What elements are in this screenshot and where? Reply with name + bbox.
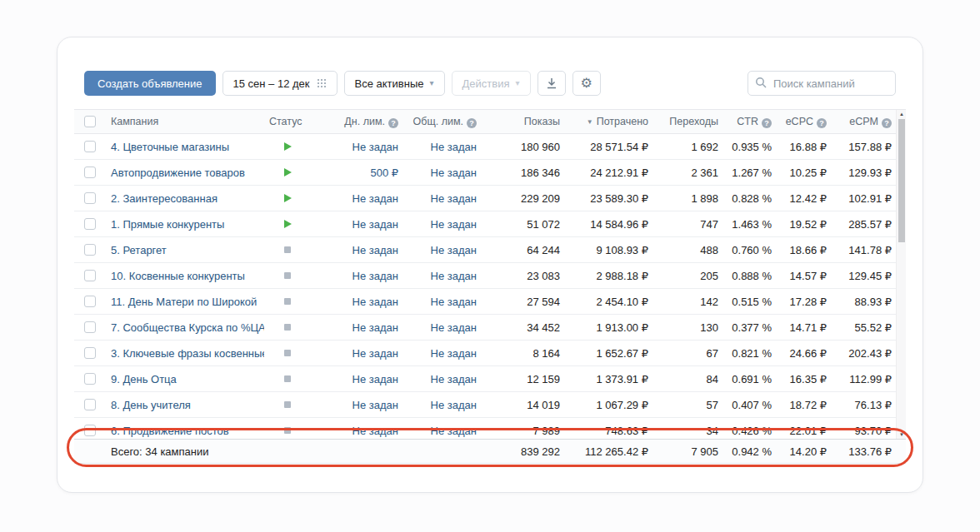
daily-limit-link[interactable]: Не задан bbox=[352, 347, 398, 360]
help-icon[interactable]: ? bbox=[467, 118, 477, 128]
help-icon[interactable]: ? bbox=[817, 118, 827, 128]
create-ad-button[interactable]: Создать объявление bbox=[84, 71, 216, 96]
row-checkbox[interactable] bbox=[84, 192, 96, 204]
daily-limit-link[interactable]: Не задан bbox=[352, 425, 398, 437]
daily-limit-link[interactable]: Не задан bbox=[352, 244, 398, 256]
row-checkbox[interactable] bbox=[84, 218, 96, 230]
row-checkbox[interactable] bbox=[84, 167, 96, 178]
status-stopped-icon[interactable] bbox=[284, 298, 291, 305]
column-header-потрачено[interactable]: ▼Потрачено bbox=[562, 116, 651, 127]
help-icon[interactable]: ? bbox=[762, 118, 772, 128]
status-stopped-icon[interactable] bbox=[284, 272, 291, 279]
column-header-переходы[interactable]: Переходы bbox=[651, 116, 721, 127]
spent-value: 1 373.91 ₽ bbox=[562, 373, 651, 385]
daily-limit-link[interactable]: Не задан bbox=[352, 270, 398, 282]
column-header-ecpc[interactable]: eCPC? bbox=[774, 116, 829, 128]
campaign-name-link[interactable]: 9. День Отца bbox=[111, 373, 177, 385]
column-header-label: Статус bbox=[269, 116, 302, 127]
daily-limit-link[interactable]: Не задан bbox=[352, 218, 398, 231]
campaign-name-link[interactable]: 6. Продвижение постов bbox=[111, 425, 229, 437]
status-active-icon[interactable] bbox=[284, 142, 292, 151]
status-active-icon[interactable] bbox=[284, 220, 292, 228]
column-header-дн-лим-[interactable]: Дн. лим.? bbox=[311, 116, 401, 128]
campaign-name-link[interactable]: 3. Ключевые фразы косвенные bbox=[111, 347, 264, 360]
campaign-name-link[interactable]: 2. Заинтересованная bbox=[111, 192, 218, 205]
total-limit-link[interactable]: Не задан bbox=[431, 244, 477, 256]
status-stopped-icon[interactable] bbox=[284, 375, 291, 382]
export-button[interactable] bbox=[538, 71, 566, 96]
status-stopped-icon[interactable] bbox=[284, 401, 291, 408]
row-checkbox[interactable] bbox=[84, 270, 96, 281]
campaign-name-link[interactable]: Автопродвижение товаров bbox=[111, 167, 245, 179]
column-header-label: Потрачено bbox=[597, 116, 648, 127]
row-checkbox[interactable] bbox=[84, 373, 96, 385]
total-limit-link[interactable]: Не задан bbox=[431, 192, 477, 205]
column-header-показы[interactable]: Показы bbox=[479, 116, 562, 127]
status-stopped-icon[interactable] bbox=[284, 324, 291, 331]
row-checkbox[interactable] bbox=[84, 141, 96, 152]
help-icon[interactable]: ? bbox=[882, 118, 892, 128]
total-limit-cell: Не задан bbox=[401, 373, 479, 385]
scrollbar-thumb[interactable] bbox=[898, 119, 905, 242]
campaign-name-link[interactable]: 8. День учителя bbox=[111, 399, 191, 411]
row-checkbox[interactable] bbox=[84, 425, 96, 436]
actions-dropdown[interactable]: Действия ▾ bbox=[452, 71, 531, 96]
column-header-ecpm[interactable]: eCPM? bbox=[829, 116, 894, 128]
scroll-down-arrow[interactable]: ▼ bbox=[897, 432, 907, 437]
total-limit-link[interactable]: Не задан bbox=[431, 270, 477, 282]
daily-limit-link[interactable]: Не задан bbox=[352, 373, 398, 385]
date-range-label: 15 сен – 12 дек bbox=[233, 77, 310, 90]
campaign-name-cell: 2. Заинтересованная bbox=[106, 192, 264, 205]
total-limit-link[interactable]: Не задан bbox=[431, 167, 477, 179]
select-all-checkbox[interactable] bbox=[84, 116, 96, 127]
column-header-кампания[interactable]: Кампания bbox=[106, 116, 264, 127]
daily-limit-link[interactable]: 500 ₽ bbox=[370, 167, 398, 179]
campaign-name-link[interactable]: 4. Цветочные магазины bbox=[111, 141, 229, 153]
daily-limit-link[interactable]: Не задан bbox=[352, 399, 398, 411]
clicks-value: 67 bbox=[651, 347, 721, 360]
campaign-name-link[interactable]: 10. Косвенные конкуренты bbox=[111, 270, 245, 282]
total-limit-link[interactable]: Не задан bbox=[431, 373, 477, 385]
total-limit-link[interactable]: Не задан bbox=[431, 218, 477, 231]
status-stopped-icon[interactable] bbox=[284, 427, 291, 434]
campaigns-table: КампанияСтатусДн. лим.?Общ. лим.?Показы▼… bbox=[74, 109, 906, 464]
row-checkbox[interactable] bbox=[84, 347, 96, 359]
daily-limit-link[interactable]: Не задан bbox=[352, 321, 398, 334]
column-header-общ-лим-[interactable]: Общ. лим.? bbox=[401, 116, 479, 128]
total-limit-cell: Не задан bbox=[401, 296, 479, 308]
status-stopped-icon[interactable] bbox=[284, 350, 291, 356]
help-icon[interactable]: ? bbox=[388, 118, 398, 128]
total-limit-link[interactable]: Не задан bbox=[431, 399, 477, 411]
vertical-scrollbar[interactable]: ▲ ▼ bbox=[896, 110, 906, 439]
status-active-icon[interactable] bbox=[284, 194, 292, 202]
campaign-name-link[interactable]: 11. День Матери по Широкой bbox=[111, 296, 257, 308]
column-header-label: Переходы bbox=[669, 116, 718, 127]
row-checkbox[interactable] bbox=[84, 244, 96, 256]
search-input[interactable] bbox=[748, 71, 896, 96]
ctr-value: 0.515 % bbox=[721, 296, 774, 308]
row-checkbox[interactable] bbox=[84, 321, 96, 333]
spent-value: 9 108.93 ₽ bbox=[562, 244, 651, 256]
settings-button[interactable]: ⚙ bbox=[572, 71, 601, 96]
total-limit-link[interactable]: Не задан bbox=[431, 321, 477, 334]
date-range-button[interactable]: 15 сен – 12 дек bbox=[222, 71, 338, 96]
total-limit-link[interactable]: Не задан bbox=[431, 347, 477, 360]
total-limit-link[interactable]: Не задан bbox=[431, 296, 477, 308]
impressions-value: 186 346 bbox=[479, 167, 562, 179]
campaign-name-link[interactable]: 5. Ретаргет bbox=[111, 244, 167, 256]
status-stopped-icon[interactable] bbox=[284, 246, 291, 253]
status-filter-dropdown[interactable]: Все активные ▾ bbox=[344, 71, 445, 96]
status-active-icon[interactable] bbox=[284, 168, 292, 177]
total-limit-link[interactable]: Не задан bbox=[431, 425, 477, 437]
column-header-статус[interactable]: Статус bbox=[264, 116, 311, 127]
row-checkbox[interactable] bbox=[84, 296, 96, 307]
campaign-name-link[interactable]: 7. Сообщества Курска по %ЦА bbox=[111, 321, 264, 334]
column-header-ctr[interactable]: CTR? bbox=[721, 116, 774, 128]
scroll-up-arrow[interactable]: ▲ bbox=[897, 112, 907, 117]
daily-limit-link[interactable]: Не задан bbox=[352, 296, 398, 308]
campaign-name-link[interactable]: 1. Прямые конкуренты bbox=[111, 218, 224, 231]
daily-limit-link[interactable]: Не задан bbox=[352, 141, 398, 153]
total-limit-link[interactable]: Не задан bbox=[431, 141, 477, 153]
daily-limit-link[interactable]: Не задан bbox=[352, 192, 398, 205]
row-checkbox[interactable] bbox=[84, 399, 96, 410]
